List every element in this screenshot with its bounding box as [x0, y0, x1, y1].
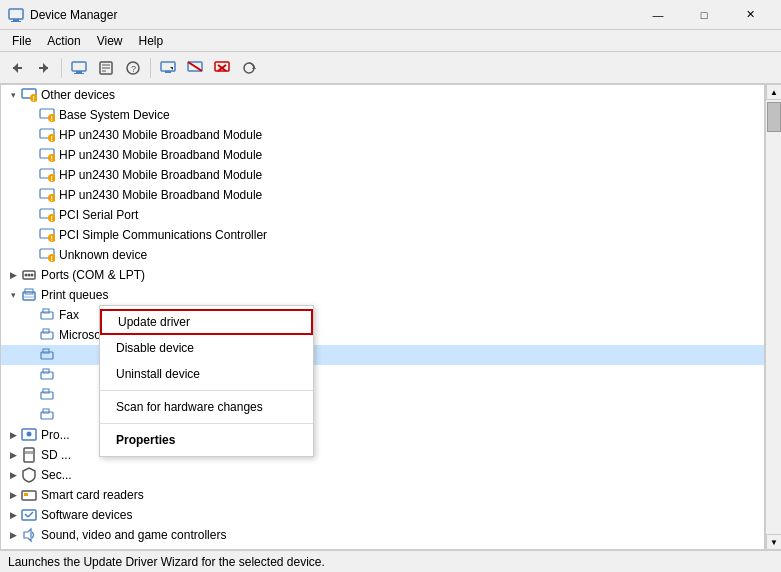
- expand-hp1: [23, 127, 39, 143]
- expand-sec[interactable]: ▶: [5, 467, 21, 483]
- smart-card-label: Smart card readers: [41, 488, 144, 502]
- hp1-icon: !: [39, 127, 55, 143]
- sec-icon: [21, 467, 37, 483]
- context-menu-uninstall-device[interactable]: Uninstall device: [100, 361, 313, 387]
- sound-label: Sound, video and game controllers: [41, 528, 226, 542]
- svg-text:!: !: [51, 195, 53, 202]
- svg-rect-73: [24, 448, 34, 462]
- software-icon: [21, 507, 37, 523]
- menu-help[interactable]: Help: [131, 32, 172, 50]
- toolbar-sep-1: [61, 58, 62, 78]
- tree-item-pci-serial[interactable]: ! PCI Serial Port: [1, 205, 764, 225]
- tree-item-unknown[interactable]: ! Unknown device: [1, 245, 764, 265]
- smart-card-icon: [21, 487, 37, 503]
- expand-pq5: [23, 387, 39, 403]
- expand-unknown: [23, 247, 39, 263]
- fax-icon: [39, 307, 55, 323]
- expand-smart-card[interactable]: ▶: [5, 487, 21, 503]
- software-label: Software devices: [41, 508, 132, 522]
- tree-item-sec[interactable]: ▶ Sec...: [1, 465, 764, 485]
- tree-item-hp1[interactable]: ! HP un2430 Mobile Broadband Module: [1, 125, 764, 145]
- scroll-down-button[interactable]: ▼: [766, 534, 781, 550]
- context-menu-sep1: [100, 390, 313, 391]
- expand-pq4: [23, 367, 39, 383]
- hp1-label: HP un2430 Mobile Broadband Module: [59, 128, 262, 142]
- sd-icon: [21, 447, 37, 463]
- expand-hp2: [23, 147, 39, 163]
- scroll-up-button[interactable]: ▲: [766, 84, 781, 100]
- toolbar-update-driver[interactable]: [155, 55, 181, 81]
- svg-point-55: [31, 274, 34, 277]
- tree-item-storage[interactable]: ▶ Storage controllers: [1, 545, 764, 550]
- toolbar-properties[interactable]: [93, 55, 119, 81]
- vertical-scrollbar: ▲ ▼: [765, 84, 781, 550]
- tree-item-hp2[interactable]: ! HP un2430 Mobile Broadband Module: [1, 145, 764, 165]
- toolbar-disable[interactable]: [182, 55, 208, 81]
- tree-item-print-queues[interactable]: ▾ Print queues: [1, 285, 764, 305]
- context-menu-properties[interactable]: Properties: [100, 427, 313, 453]
- context-menu-scan-hardware[interactable]: Scan for hardware changes: [100, 394, 313, 420]
- base-system-label: Base System Device: [59, 108, 170, 122]
- tree-item-pci-simple[interactable]: ! PCI Simple Communications Controller: [1, 225, 764, 245]
- svg-rect-20: [215, 62, 229, 71]
- close-button[interactable]: ✕: [727, 0, 773, 30]
- expand-software[interactable]: ▶: [5, 507, 21, 523]
- context-menu-sep2: [100, 423, 313, 424]
- print-queues-label: Print queues: [41, 288, 108, 302]
- tree-item-sound[interactable]: ▶ Sound, video and game controllers: [1, 525, 764, 545]
- toolbar-back[interactable]: [4, 55, 30, 81]
- expand-sound[interactable]: ▶: [5, 527, 21, 543]
- svg-line-82: [28, 512, 33, 517]
- scroll-track[interactable]: [766, 100, 781, 534]
- expand-pro[interactable]: ▶: [5, 427, 21, 443]
- expand-other-devices[interactable]: ▾: [5, 87, 21, 103]
- hp3-icon: !: [39, 167, 55, 183]
- context-menu-disable-device[interactable]: Disable device: [100, 335, 313, 361]
- device-tree[interactable]: ▾ ! Other devices ! Base System Devic: [0, 84, 765, 550]
- tree-item-hp3[interactable]: ! HP un2430 Mobile Broadband Module: [1, 165, 764, 185]
- svg-rect-8: [76, 71, 82, 73]
- toolbar: ?: [0, 52, 781, 84]
- tree-item-software[interactable]: ▶ Software devices: [1, 505, 764, 525]
- toolbar-scan[interactable]: [236, 55, 262, 81]
- hp4-label: HP un2430 Mobile Broadband Module: [59, 188, 262, 202]
- menu-view[interactable]: View: [89, 32, 131, 50]
- print-queues-icon: [21, 287, 37, 303]
- maximize-button[interactable]: □: [681, 0, 727, 30]
- toolbar-computer[interactable]: [66, 55, 92, 81]
- expand-print-queues[interactable]: ▾: [5, 287, 21, 303]
- svg-rect-1: [13, 19, 19, 21]
- unknown-label: Unknown device: [59, 248, 147, 262]
- pci-serial-label: PCI Serial Port: [59, 208, 138, 222]
- tree-item-other-devices[interactable]: ▾ ! Other devices: [1, 85, 764, 105]
- toolbar-uninstall[interactable]: [209, 55, 235, 81]
- hp3-label: HP un2430 Mobile Broadband Module: [59, 168, 262, 182]
- toolbar-forward[interactable]: [31, 55, 57, 81]
- tree-item-hp4[interactable]: ! HP un2430 Mobile Broadband Module: [1, 185, 764, 205]
- svg-marker-83: [24, 529, 31, 541]
- expand-storage[interactable]: ▶: [5, 547, 21, 550]
- svg-rect-79: [24, 493, 28, 496]
- expand-ports[interactable]: ▶: [5, 267, 21, 283]
- tree-item-smart-card[interactable]: ▶ Smart card readers: [1, 485, 764, 505]
- tree-item-ports[interactable]: ▶ Ports (COM & LPT): [1, 265, 764, 285]
- toolbar-sep-2: [150, 58, 151, 78]
- window-title: Device Manager: [30, 8, 635, 22]
- window-controls: — □ ✕: [635, 0, 773, 30]
- toolbar-help[interactable]: ?: [120, 55, 146, 81]
- expand-sd[interactable]: ▶: [5, 447, 21, 463]
- tree-item-base-system[interactable]: ! Base System Device: [1, 105, 764, 125]
- menu-file[interactable]: File: [4, 32, 39, 50]
- fax-label: Fax: [59, 308, 79, 322]
- other-devices-label: Other devices: [41, 88, 115, 102]
- context-menu-update-driver[interactable]: Update driver: [100, 309, 313, 335]
- scroll-thumb[interactable]: [767, 102, 781, 132]
- pci-simple-icon: !: [39, 227, 55, 243]
- ms-print-icon: [39, 327, 55, 343]
- menu-action[interactable]: Action: [39, 32, 88, 50]
- expand-hp3: [23, 167, 39, 183]
- sd-label: SD ...: [41, 448, 71, 462]
- minimize-button[interactable]: —: [635, 0, 681, 30]
- status-bar: Launches the Update Driver Wizard for th…: [0, 550, 781, 572]
- hp2-icon: !: [39, 147, 55, 163]
